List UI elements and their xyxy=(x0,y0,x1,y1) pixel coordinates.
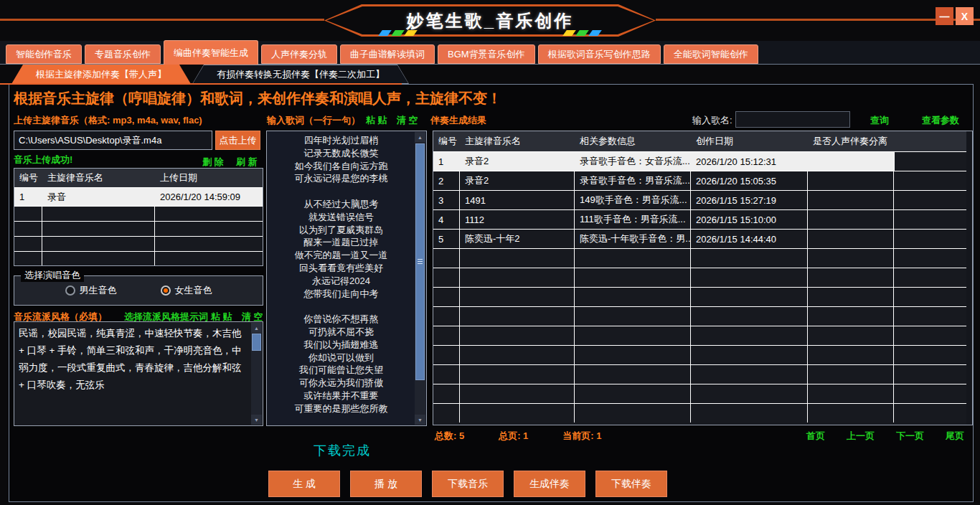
lyrics-textarea[interactable]: 四年时光划过眉梢 记录无数成长微笑 如今我们各自向远方跑 可永远记得是您的李桃 … xyxy=(266,131,427,426)
download-accompaniment-button[interactable]: 下载伴奏 xyxy=(595,471,667,497)
radio-male-voice[interactable]: 男生音色 xyxy=(65,284,117,297)
upload-button[interactable]: 点击上传 xyxy=(215,131,260,150)
table-cell xyxy=(575,249,691,268)
table-row[interactable]: 31491149歌手音色：男音乐流...2026/1/15 15:27:19 xyxy=(433,190,972,209)
table-row[interactable]: 1录音2026/1/20 14:59:09 xyxy=(14,187,263,206)
last-page-link[interactable]: 尾页 xyxy=(946,430,964,443)
main-tab-3[interactable]: 编曲伴奏智能生成 xyxy=(164,40,258,65)
column-header: 是否人声伴奏分离 xyxy=(808,131,894,151)
query-button[interactable]: 查询 xyxy=(870,114,889,127)
main-tab-1[interactable]: 智能创作音乐 xyxy=(6,44,82,64)
next-page-link[interactable]: 下一页 xyxy=(896,430,924,443)
chevron-decor-left xyxy=(380,30,415,36)
table-cell xyxy=(433,249,460,268)
table-empty-row xyxy=(433,326,972,345)
chevron-green-icon xyxy=(391,30,405,36)
table-empty-row xyxy=(433,364,972,384)
scroll-down-icon[interactable]: ▼ xyxy=(415,415,425,425)
play-button[interactable]: 播 放 xyxy=(350,471,422,497)
total-pages: 总页: 1 xyxy=(499,430,528,443)
main-tab-5[interactable]: 曲子曲谱解读填词 xyxy=(340,44,435,64)
subtab-label: 根据主旋律添加伴奏【带人声】 xyxy=(11,65,191,84)
table-cell xyxy=(433,268,460,287)
scrollbar-thumb[interactable] xyxy=(252,334,261,351)
table-cell xyxy=(460,268,575,287)
main-tab-4[interactable]: 人声伴奏分轨 xyxy=(261,44,337,64)
radio-label: 男生音色 xyxy=(80,284,117,297)
table-cell: 录音歌手音色：女音乐流... xyxy=(575,152,691,171)
refresh-link[interactable]: 刷 新 xyxy=(236,156,258,169)
subtab-underline xyxy=(0,83,402,85)
table-empty-row xyxy=(433,268,972,287)
table-row[interactable]: 41112111歌手音色：男音乐流...2026/1/15 15:10:00 xyxy=(433,209,972,229)
radio-female-voice[interactable]: 女生音色 xyxy=(161,284,212,297)
lyrics-clear-link[interactable]: 清 空 xyxy=(397,114,418,127)
table-row[interactable]: 2录音2录音歌手音色：男音乐流...2026/1/20 15:05:35 xyxy=(433,171,972,190)
table-cell: 陈奕迅-十年歌手音色：男... xyxy=(575,230,691,248)
subtab-2[interactable]: 有损伴奏转换无损伴奏【伴奏二次加工】 xyxy=(192,65,409,84)
scroll-up-icon[interactable]: ▲ xyxy=(251,323,262,333)
lyrics-scrollbar[interactable]: ▲ ▼ xyxy=(415,132,425,425)
view-params-link[interactable]: 查看参数 xyxy=(922,114,959,127)
generate-accompaniment-button[interactable]: 生成伴奏 xyxy=(514,471,585,497)
main-tab-2[interactable]: 专题音乐创作 xyxy=(85,44,161,64)
table-cell xyxy=(691,404,808,423)
table-cell xyxy=(808,307,894,326)
main-tab-7[interactable]: 根据歌词音乐写创作思路 xyxy=(538,44,661,64)
table-cell xyxy=(808,288,894,306)
table-cell xyxy=(42,252,155,266)
table-empty-row xyxy=(433,384,972,403)
table-cell xyxy=(155,222,263,236)
delete-link[interactable]: 删 除 xyxy=(202,156,224,169)
prev-page-link[interactable]: 上一页 xyxy=(847,430,875,443)
table-cell xyxy=(575,346,691,364)
table-cell: 1491 xyxy=(460,191,575,209)
table-cell xyxy=(460,249,575,268)
first-page-link[interactable]: 首页 xyxy=(806,430,825,443)
table-cell xyxy=(894,191,966,209)
table-cell xyxy=(691,346,808,364)
pagination: 首页上一页下一页尾页 xyxy=(806,430,964,443)
table-cell xyxy=(433,384,460,403)
scroll-up-icon[interactable]: ▲ xyxy=(415,132,425,142)
column-header: 主旋律音乐名 xyxy=(42,169,155,187)
table-cell xyxy=(894,326,966,345)
upload-table[interactable]: 编号主旋律音乐名上传日期1录音2026/1/20 14:59:09 xyxy=(14,168,263,266)
results-scrollbar[interactable] xyxy=(966,131,972,425)
genre-scrollbar[interactable]: ▲ ▼ xyxy=(251,323,262,425)
generate-button[interactable]: 生 成 xyxy=(268,471,340,497)
content-panel: 根据音乐主旋律（哼唱旋律）和歌词，来创作伴奏和演唱人声，主旋律不变！ 上传主旋律… xyxy=(9,84,974,502)
table-row[interactable]: 1录音2录音歌手音色：女音乐流...2026/1/20 15:12:31 xyxy=(433,151,972,171)
lyrics-paste-link[interactable]: 粘 贴 xyxy=(366,114,387,127)
main-tab-8[interactable]: 全能歌词智能创作 xyxy=(664,44,758,64)
download-music-button[interactable]: 下载音乐 xyxy=(432,471,504,497)
table-cell xyxy=(460,346,575,364)
table-cell xyxy=(808,249,894,268)
table-header-row: 编号主旋律音乐名上传日期 xyxy=(14,169,263,187)
file-path-input[interactable] xyxy=(14,131,212,150)
column-header: 编号 xyxy=(14,169,42,187)
song-name-input[interactable] xyxy=(735,111,850,128)
main-tab-6[interactable]: BGM背景音乐创作 xyxy=(438,44,535,64)
table-cell: 111歌手音色：男音乐流... xyxy=(575,210,691,229)
table-cell xyxy=(575,365,691,384)
scrollbar-thumb[interactable] xyxy=(415,143,425,380)
table-empty-row xyxy=(14,236,263,251)
table-cell: 录音2 xyxy=(460,171,575,190)
scroll-down-icon[interactable]: ▼ xyxy=(251,415,262,425)
table-cell: 3 xyxy=(433,191,460,209)
results-table[interactable]: 编号主旋律音乐名相关参数信息创作日期是否人声伴奏分离1录音2录音歌手音色：女音乐… xyxy=(433,131,973,425)
table-cell: 2026/1/15 14:44:40 xyxy=(691,230,808,248)
subtab-1[interactable]: 根据主旋律添加伴奏【带人声】 xyxy=(11,65,191,84)
table-cell: 录音 xyxy=(42,188,155,206)
table-cell xyxy=(691,249,808,268)
minimize-button[interactable]: — xyxy=(936,7,953,25)
current-page: 当前页: 1 xyxy=(562,430,601,443)
table-cell xyxy=(808,171,894,190)
close-button[interactable]: X xyxy=(956,7,974,25)
table-cell xyxy=(894,307,966,326)
genre-textarea[interactable]: 民谣，校园民谣，纯真青涩，中速轻快节奏，木吉他 + 口琴 + 手铃，简单三和弦和… xyxy=(14,321,263,426)
table-row[interactable]: 5陈奕迅-十年2陈奕迅-十年歌手音色：男...2026/1/15 14:44:4… xyxy=(433,229,972,248)
table-cell xyxy=(691,384,808,403)
table-cell xyxy=(894,288,966,306)
